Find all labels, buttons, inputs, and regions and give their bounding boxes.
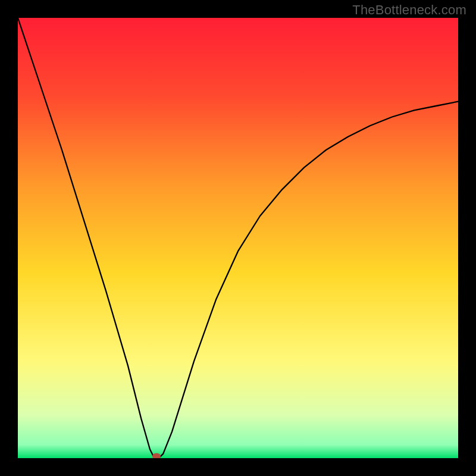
watermark-text: TheBottleneck.com xyxy=(352,2,466,18)
gradient-background xyxy=(18,18,458,458)
chart-plot-area xyxy=(18,18,458,458)
chart-svg xyxy=(18,18,458,458)
chart-frame: TheBottleneck.com xyxy=(0,0,476,476)
